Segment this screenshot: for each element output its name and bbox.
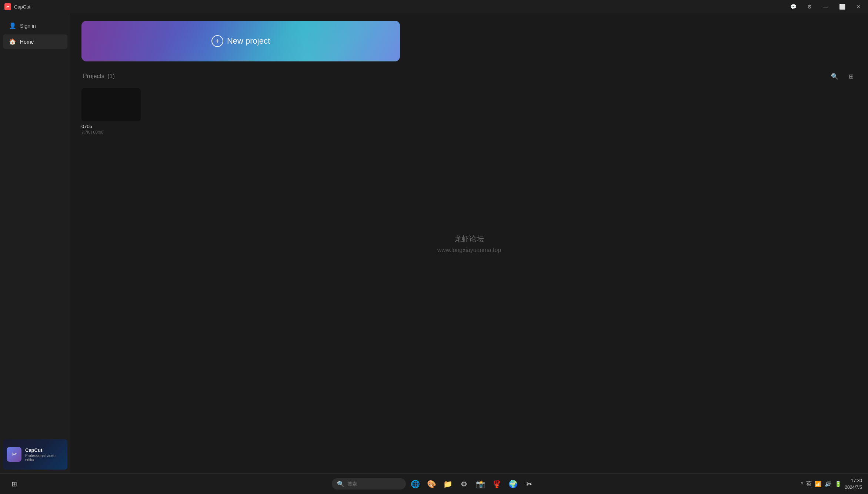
signin-icon: 👤 [9,22,16,29]
tray-expand-icon[interactable]: ^ [801,481,803,487]
taskbar-app-lobster[interactable]: 🦞 [490,477,504,491]
sidebar-item-signin[interactable]: 👤 Sign in [3,19,67,33]
tray-battery-icon: 🔋 [835,481,842,487]
new-project-label: New project [227,36,270,46]
search-button[interactable]: 🔍 [829,70,841,82]
taskbar-left: ⊞ [6,476,22,492]
taskbar-app-paint[interactable]: 🎨 [424,477,438,491]
time-display: 17:30 2024/7/5 [845,477,862,491]
search-input[interactable] [347,481,399,487]
watermark: 龙虾论坛 www.longxiayuanma.top [437,233,501,253]
taskbar-right: ^ 英 📶 🔊 🔋 17:30 2024/7/5 [801,477,862,491]
project-thumbnail [81,88,141,121]
main-layout: 👤 Sign in 🏠 Home ★ Recommended Auto capt… [0,13,868,473]
sidebar: 👤 Sign in 🏠 Home ★ Recommended Auto capt… [0,13,70,473]
project-card[interactable]: 0705 7.7K | 00:00 [81,88,141,134]
content-area: + New project Projects (1) 🔍 ⊞ 0705 7.7K… [70,13,868,473]
signin-label: Sign in [20,23,36,29]
project-meta: 7.7K | 00:00 [81,130,141,134]
grid-view-button[interactable]: ⊞ [845,70,857,82]
taskbar-center: 🔍 🌐 🎨 📁 ⚙ 📸 🦞 🌍 ✂ [332,477,536,491]
promo-desc: Professional video editor [25,454,64,462]
taskbar-app-camera[interactable]: 📸 [473,477,487,491]
projects-title: Projects [83,73,104,79]
section-actions: 🔍 ⊞ [829,70,857,82]
promo-name: CapCut [25,447,64,453]
project-name: 0705 [81,124,141,129]
settings-button[interactable]: ⚙ [804,1,815,12]
app-title: CapCut [14,4,30,10]
promo-text: CapCut Professional video editor [25,447,64,462]
promo-card[interactable]: ✂ CapCut Professional video editor [3,439,67,470]
sys-tray: ^ 英 📶 🔊 🔋 [801,480,842,487]
title-bar-right: 💬 ⚙ — ⬜ ✕ [788,1,864,12]
search-icon: 🔍 [337,480,344,487]
taskbar-app-edge[interactable]: 🌍 [506,477,520,491]
section-title: Projects (1) [81,73,115,80]
date: 2024/7/5 [845,484,862,491]
watermark-sub: www.longxiayuanma.top [437,246,501,253]
sidebar-item-home[interactable]: 🏠 Home [3,34,67,49]
home-icon: 🏠 [9,38,16,45]
search-bar[interactable]: 🔍 [332,478,406,490]
maximize-button[interactable]: ⬜ [837,1,847,12]
tray-lang-icon[interactable]: 英 [806,480,812,487]
new-project-banner[interactable]: + New project [81,21,400,61]
taskbar: ⊞ 🔍 🌐 🎨 📁 ⚙ 📸 🦞 🌍 ✂ ^ 英 📶 🔊 🔋 17:30 2024… [0,473,868,494]
new-project-content: + New project [211,35,270,47]
project-grid: 0705 7.7K | 00:00 [81,88,857,134]
title-bar: ✂ CapCut 💬 ⚙ — ⬜ ✕ [0,0,868,13]
tray-wifi-icon: 📶 [815,481,822,487]
watermark-main: 龙虾论坛 [437,233,501,243]
taskbar-app-files[interactable]: 📁 [441,477,455,491]
projects-count: (1) [107,73,115,79]
taskbar-app-capcut[interactable]: ✂ [522,477,536,491]
title-bar-left: ✂ CapCut [4,3,30,10]
start-button[interactable]: ⊞ [6,476,22,492]
section-header: Projects (1) 🔍 ⊞ [81,70,857,82]
minimize-button[interactable]: — [821,1,831,12]
home-label: Home [20,39,34,45]
close-button[interactable]: ✕ [853,1,864,12]
plus-circle-icon: + [211,35,223,47]
app-logo-icon: ✂ [4,3,11,10]
taskbar-app-settings[interactable]: ⚙ [457,477,471,491]
time: 17:30 [845,477,862,484]
tray-sound-icon: 🔊 [825,481,832,487]
taskbar-app-globe[interactable]: 🌐 [408,477,422,491]
feedback-button[interactable]: 💬 [788,1,798,12]
promo-logo-icon: ✂ [7,447,21,462]
